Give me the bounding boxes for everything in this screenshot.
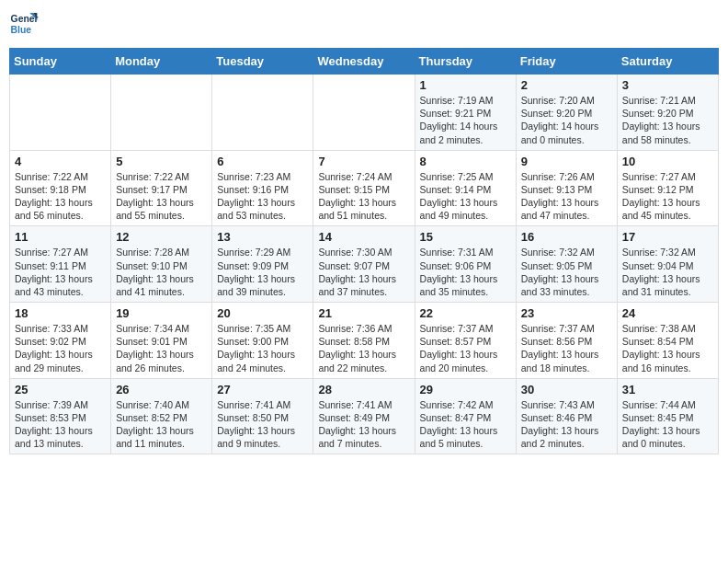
cell-content: Sunrise: 7:38 AM Sunset: 8:54 PM Dayligh… xyxy=(622,322,713,374)
day-number: 20 xyxy=(217,306,308,320)
day-number: 10 xyxy=(622,155,713,168)
day-number: 3 xyxy=(622,78,713,92)
day-number: 6 xyxy=(217,155,308,168)
cell-content: Sunrise: 7:33 AM Sunset: 9:02 PM Dayligh… xyxy=(15,322,106,374)
day-number: 21 xyxy=(318,306,409,320)
calendar-cell: 10Sunrise: 7:27 AM Sunset: 9:12 PM Dayli… xyxy=(617,150,718,226)
header-row: SundayMondayTuesdayWednesdayThursdayFrid… xyxy=(10,49,719,75)
day-number: 29 xyxy=(420,383,511,396)
cell-content: Sunrise: 7:30 AM Sunset: 9:07 PM Dayligh… xyxy=(318,246,409,298)
weekday-header-monday: Monday xyxy=(111,49,212,75)
day-number: 11 xyxy=(15,230,106,244)
svg-text:Blue: Blue xyxy=(11,25,32,35)
calendar-header: SundayMondayTuesdayWednesdayThursdayFrid… xyxy=(10,49,719,75)
cell-content: Sunrise: 7:34 AM Sunset: 9:01 PM Dayligh… xyxy=(116,322,207,374)
cell-content: Sunrise: 7:36 AM Sunset: 8:58 PM Dayligh… xyxy=(318,322,409,374)
day-number: 4 xyxy=(15,155,106,168)
cell-content: Sunrise: 7:37 AM Sunset: 8:57 PM Dayligh… xyxy=(420,322,511,374)
day-number: 17 xyxy=(622,230,713,244)
calendar-cell xyxy=(111,75,212,151)
calendar-cell: 1Sunrise: 7:19 AM Sunset: 9:21 PM Daylig… xyxy=(415,75,516,151)
day-number: 1 xyxy=(420,78,511,92)
cell-content: Sunrise: 7:43 AM Sunset: 8:46 PM Dayligh… xyxy=(521,398,612,451)
cell-content: Sunrise: 7:41 AM Sunset: 8:50 PM Dayligh… xyxy=(217,398,308,451)
calendar-cell: 5Sunrise: 7:22 AM Sunset: 9:17 PM Daylig… xyxy=(111,150,212,226)
calendar-cell: 20Sunrise: 7:35 AM Sunset: 9:00 PM Dayli… xyxy=(212,303,313,379)
weekday-header-thursday: Thursday xyxy=(415,49,516,75)
day-number: 15 xyxy=(420,230,511,244)
cell-content: Sunrise: 7:37 AM Sunset: 8:56 PM Dayligh… xyxy=(521,322,612,374)
logo-icon: General Blue xyxy=(9,9,39,39)
cell-content: Sunrise: 7:27 AM Sunset: 9:12 PM Dayligh… xyxy=(622,170,713,223)
calendar-cell: 30Sunrise: 7:43 AM Sunset: 8:46 PM Dayli… xyxy=(516,378,617,454)
calendar-cell: 2Sunrise: 7:20 AM Sunset: 9:20 PM Daylig… xyxy=(516,75,617,151)
calendar-cell: 6Sunrise: 7:23 AM Sunset: 9:16 PM Daylig… xyxy=(212,150,313,226)
week-row-3: 11Sunrise: 7:27 AM Sunset: 9:11 PM Dayli… xyxy=(10,226,719,303)
calendar-cell: 22Sunrise: 7:37 AM Sunset: 8:57 PM Dayli… xyxy=(415,303,516,379)
day-number: 2 xyxy=(521,78,612,92)
calendar-cell: 16Sunrise: 7:32 AM Sunset: 9:05 PM Dayli… xyxy=(516,226,617,303)
cell-content: Sunrise: 7:35 AM Sunset: 9:00 PM Dayligh… xyxy=(217,322,308,374)
cell-content: Sunrise: 7:29 AM Sunset: 9:09 PM Dayligh… xyxy=(217,246,308,298)
day-number: 26 xyxy=(116,383,207,396)
calendar-cell: 21Sunrise: 7:36 AM Sunset: 8:58 PM Dayli… xyxy=(313,303,415,379)
calendar-cell: 13Sunrise: 7:29 AM Sunset: 9:09 PM Dayli… xyxy=(212,226,313,303)
cell-content: Sunrise: 7:21 AM Sunset: 9:20 PM Dayligh… xyxy=(622,94,713,146)
cell-content: Sunrise: 7:22 AM Sunset: 9:17 PM Dayligh… xyxy=(116,170,207,223)
cell-content: Sunrise: 7:31 AM Sunset: 9:06 PM Dayligh… xyxy=(420,246,511,298)
calendar-cell: 29Sunrise: 7:42 AM Sunset: 8:47 PM Dayli… xyxy=(415,378,516,454)
day-number: 12 xyxy=(116,230,207,244)
calendar-cell: 17Sunrise: 7:32 AM Sunset: 9:04 PM Dayli… xyxy=(617,226,718,303)
calendar-cell: 26Sunrise: 7:40 AM Sunset: 8:52 PM Dayli… xyxy=(111,378,212,454)
cell-content: Sunrise: 7:22 AM Sunset: 9:18 PM Dayligh… xyxy=(15,170,106,223)
weekday-header-sunday: Sunday xyxy=(10,49,111,75)
day-number: 23 xyxy=(521,306,612,320)
calendar-cell: 3Sunrise: 7:21 AM Sunset: 9:20 PM Daylig… xyxy=(617,75,718,151)
calendar-cell xyxy=(313,75,415,151)
cell-content: Sunrise: 7:32 AM Sunset: 9:04 PM Dayligh… xyxy=(622,246,713,298)
weekday-header-friday: Friday xyxy=(516,49,617,75)
calendar-cell: 14Sunrise: 7:30 AM Sunset: 9:07 PM Dayli… xyxy=(313,226,415,303)
calendar-cell xyxy=(10,75,111,151)
calendar-cell: 19Sunrise: 7:34 AM Sunset: 9:01 PM Dayli… xyxy=(111,303,212,379)
week-row-1: 1Sunrise: 7:19 AM Sunset: 9:21 PM Daylig… xyxy=(10,75,719,151)
weekday-header-tuesday: Tuesday xyxy=(212,49,313,75)
cell-content: Sunrise: 7:20 AM Sunset: 9:20 PM Dayligh… xyxy=(521,94,612,146)
calendar-cell: 12Sunrise: 7:28 AM Sunset: 9:10 PM Dayli… xyxy=(111,226,212,303)
day-number: 7 xyxy=(318,155,409,168)
cell-content: Sunrise: 7:23 AM Sunset: 9:16 PM Dayligh… xyxy=(217,170,308,223)
day-number: 18 xyxy=(15,306,106,320)
cell-content: Sunrise: 7:26 AM Sunset: 9:13 PM Dayligh… xyxy=(521,170,612,223)
weekday-header-wednesday: Wednesday xyxy=(313,49,415,75)
calendar-table: SundayMondayTuesdayWednesdayThursdayFrid… xyxy=(9,48,719,454)
day-number: 9 xyxy=(521,155,612,168)
cell-content: Sunrise: 7:32 AM Sunset: 9:05 PM Dayligh… xyxy=(521,246,612,298)
cell-content: Sunrise: 7:41 AM Sunset: 8:49 PM Dayligh… xyxy=(318,398,409,451)
calendar-cell: 7Sunrise: 7:24 AM Sunset: 9:15 PM Daylig… xyxy=(313,150,415,226)
calendar-cell: 28Sunrise: 7:41 AM Sunset: 8:49 PM Dayli… xyxy=(313,378,415,454)
day-number: 5 xyxy=(116,155,207,168)
day-number: 13 xyxy=(217,230,308,244)
calendar-cell: 31Sunrise: 7:44 AM Sunset: 8:45 PM Dayli… xyxy=(617,378,718,454)
week-row-4: 18Sunrise: 7:33 AM Sunset: 9:02 PM Dayli… xyxy=(10,303,719,379)
calendar-cell: 9Sunrise: 7:26 AM Sunset: 9:13 PM Daylig… xyxy=(516,150,617,226)
calendar-cell: 23Sunrise: 7:37 AM Sunset: 8:56 PM Dayli… xyxy=(516,303,617,379)
cell-content: Sunrise: 7:42 AM Sunset: 8:47 PM Dayligh… xyxy=(420,398,511,451)
week-row-5: 25Sunrise: 7:39 AM Sunset: 8:53 PM Dayli… xyxy=(10,378,719,454)
day-number: 27 xyxy=(217,383,308,396)
day-number: 28 xyxy=(318,383,409,396)
cell-content: Sunrise: 7:28 AM Sunset: 9:10 PM Dayligh… xyxy=(116,246,207,298)
cell-content: Sunrise: 7:24 AM Sunset: 9:15 PM Dayligh… xyxy=(318,170,409,223)
calendar-cell: 24Sunrise: 7:38 AM Sunset: 8:54 PM Dayli… xyxy=(617,303,718,379)
calendar-cell: 8Sunrise: 7:25 AM Sunset: 9:14 PM Daylig… xyxy=(415,150,516,226)
calendar-cell: 27Sunrise: 7:41 AM Sunset: 8:50 PM Dayli… xyxy=(212,378,313,454)
calendar-cell xyxy=(212,75,313,151)
calendar-cell: 11Sunrise: 7:27 AM Sunset: 9:11 PM Dayli… xyxy=(10,226,111,303)
cell-content: Sunrise: 7:44 AM Sunset: 8:45 PM Dayligh… xyxy=(622,398,713,451)
cell-content: Sunrise: 7:19 AM Sunset: 9:21 PM Dayligh… xyxy=(420,94,511,146)
day-number: 31 xyxy=(622,383,713,396)
week-row-2: 4Sunrise: 7:22 AM Sunset: 9:18 PM Daylig… xyxy=(10,150,719,226)
calendar-cell: 4Sunrise: 7:22 AM Sunset: 9:18 PM Daylig… xyxy=(10,150,111,226)
day-number: 30 xyxy=(521,383,612,396)
day-number: 16 xyxy=(521,230,612,244)
